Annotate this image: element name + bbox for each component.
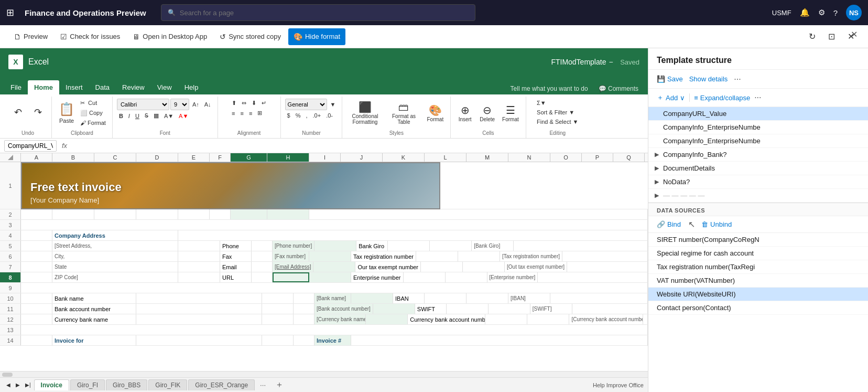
borders-button[interactable]: ▦ (151, 111, 161, 120)
panel-close-button[interactable]: ✕ (849, 27, 860, 41)
align-left-button[interactable]: ≡ (230, 109, 237, 118)
check-issues-button[interactable]: ☑ Check for issues (55, 28, 125, 45)
italic-button[interactable]: I (126, 112, 132, 120)
tab-help[interactable]: Help (178, 80, 205, 94)
tab-review[interactable]: Review (116, 80, 151, 94)
merge-button[interactable]: ⊞ (255, 109, 264, 118)
align-top-button[interactable]: ⬆ (230, 99, 238, 108)
horizontal-scrollbar[interactable] (0, 371, 648, 377)
cell-styles-button[interactable]: 🎨 Format (424, 99, 446, 126)
sheet-tab-giro-fi[interactable]: Giro_FI (70, 379, 105, 390)
sheet-nav-prev[interactable]: ◀ (4, 377, 13, 393)
format-as-table-button[interactable]: 🗃 Format as Table (385, 99, 422, 126)
avatar[interactable]: NS (846, 5, 862, 20)
gear-icon[interactable]: ⚙ (818, 8, 825, 17)
sheet-tab-giro-fik[interactable]: Giro_FIK (148, 379, 187, 390)
percent-button[interactable]: % (294, 111, 303, 120)
refresh-button[interactable]: ↻ (804, 28, 821, 45)
cut-button[interactable]: ✂ Cut (78, 99, 108, 108)
open-desktop-button[interactable]: 🖥 Open in Desktop App (127, 28, 212, 45)
font-color-button[interactable]: A▼ (177, 112, 190, 120)
number-format-expand[interactable]: ▼ (328, 100, 338, 109)
ds-item-siret[interactable]: SIRET number(CompanyCoRegN (648, 233, 868, 247)
sheet-nav-last[interactable]: ▶| (23, 377, 33, 393)
comma-button[interactable]: , (304, 111, 310, 120)
tree-item-enterprisenum1[interactable]: CompanyInfo_EnterpriseNumbe (648, 121, 868, 134)
tree-item-companyurl[interactable]: CompanyURL_Value (648, 107, 868, 121)
increase-decimal-button[interactable]: .0+ (311, 111, 323, 120)
formula-input[interactable] (72, 142, 644, 150)
wrap-text-button[interactable]: ↵ (259, 99, 268, 108)
tree-item-other[interactable]: ▶ — — — — — (648, 189, 868, 203)
actions-more-button[interactable]: ··· (734, 75, 741, 84)
sheet-nav-next[interactable]: ▶ (14, 377, 22, 393)
tab-insert[interactable]: Insert (59, 80, 89, 94)
fill-color-button[interactable]: A▼ (162, 112, 176, 120)
underline-button[interactable]: U (133, 112, 142, 120)
comments-button[interactable]: 💬 Comments (593, 83, 644, 94)
undo-button[interactable]: ↶ (8, 99, 27, 126)
save-button[interactable]: 💾 Save (657, 74, 683, 84)
redo-button[interactable]: ↷ (28, 99, 47, 126)
help-icon[interactable]: ? (833, 8, 838, 17)
tree-item-enterprisenum2[interactable]: CompanyInfo_EnterpriseNumbe (648, 134, 868, 148)
conditional-formatting-button[interactable]: ⬛ Conditional Formatting (346, 99, 383, 126)
align-right-button[interactable]: ≡ (247, 109, 254, 118)
currency-button[interactable]: $ (285, 111, 292, 120)
add-button[interactable]: ＋ Add ∨ (657, 92, 685, 103)
expand-collapse-button[interactable]: ≡ Expand/collapse (694, 93, 750, 103)
tab-data[interactable]: Data (89, 80, 116, 94)
ds-item-vat[interactable]: VAT number(VATNumber) (648, 274, 868, 288)
format-cells-button[interactable]: ☰ Format (500, 99, 522, 126)
sheet-tab-invoice[interactable]: Invoice (34, 379, 69, 390)
font-name-select[interactable]: Calibri (117, 99, 169, 110)
expand-icon[interactable]: ▶ (655, 192, 663, 199)
bold-button[interactable]: B (117, 112, 125, 120)
bell-icon[interactable]: 🔔 (800, 8, 810, 17)
tree-item-bank[interactable]: ▶ CompanyInfo_Bank? (648, 148, 868, 162)
ds-item-website[interactable]: Website URI(WebsiteURI) (648, 288, 868, 301)
copy-button[interactable]: ⬜ Copy (78, 109, 108, 118)
decrease-font-button[interactable]: A↓ (202, 100, 213, 109)
name-box[interactable] (4, 140, 57, 152)
sort-filter-button[interactable]: Sort & Filter ▼ (535, 108, 577, 116)
preview-button[interactable]: 🗋 Preview (8, 28, 53, 45)
paste-button[interactable]: 📋Paste (56, 99, 77, 126)
align-bottom-button[interactable]: ⬇ (249, 99, 258, 108)
bind-button[interactable]: 🔗 Bind (657, 219, 681, 229)
expand-icon[interactable]: ▶ (655, 165, 663, 172)
autosum-button[interactable]: Σ▼ (535, 99, 548, 107)
expand-icon[interactable]: ▶ (655, 178, 663, 185)
scroll-thumb[interactable] (2, 373, 13, 377)
expand-icon[interactable]: ▶ (655, 151, 663, 158)
tree-container[interactable]: CompanyURL_Value CompanyInfo_EnterpriseN… (648, 107, 868, 392)
show-details-button[interactable]: Show details (689, 74, 728, 84)
delete-cells-button[interactable]: ⊖ Delete (477, 99, 497, 126)
decrease-decimal-button[interactable]: .0- (324, 111, 335, 120)
ds-item-tax-reg[interactable]: Tax registration number(TaxRegi (648, 260, 868, 274)
strikethrough-button[interactable]: S̶ (143, 111, 150, 120)
sheet-tab-giro-esr[interactable]: Giro_ESR_Orange (188, 379, 255, 390)
tree-item-document[interactable]: ▶ DocumentDetails (648, 162, 868, 175)
hide-format-button[interactable]: 🎨 Hide format (288, 28, 345, 45)
sheet-more-button[interactable]: ··· (256, 379, 270, 390)
actions2-more-button[interactable]: ··· (754, 93, 761, 102)
tab-view[interactable]: View (151, 80, 178, 94)
align-middle-button[interactable]: ⇔ (240, 99, 248, 108)
ds-item-contact[interactable]: Contact person(Contact) (648, 301, 868, 315)
unbind-button[interactable]: 🗑 Unbind (701, 219, 732, 229)
search-box[interactable]: 🔍 (161, 4, 475, 21)
number-format-select[interactable]: General (285, 99, 327, 110)
tree-item-nodata[interactable]: ▶ NoData? (648, 175, 868, 189)
waffle-icon[interactable]: ⊞ (6, 7, 14, 18)
tab-home[interactable]: Home (28, 80, 59, 94)
ds-item-special-regime[interactable]: Special regime for cash account (648, 247, 868, 260)
find-select-button[interactable]: Find & Select ▼ (535, 118, 580, 126)
format-painter-button[interactable]: 🖌 Format (78, 119, 108, 127)
sync-copy-button[interactable]: ↺ Sync stored copy (214, 28, 286, 45)
increase-font-button[interactable]: A↑ (190, 100, 201, 109)
search-input[interactable] (180, 9, 469, 17)
sheet-add-button[interactable]: ＋ (271, 378, 288, 392)
font-size-select[interactable]: 9 (170, 99, 189, 110)
insert-cells-button[interactable]: ⊕ Insert (455, 99, 475, 126)
